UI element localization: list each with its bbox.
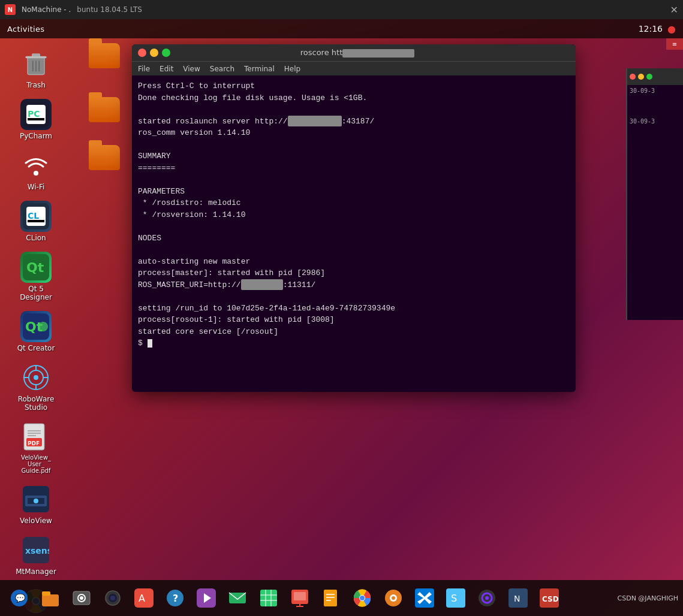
veloview-icon xyxy=(20,484,52,515)
terminal-close-button[interactable] xyxy=(138,49,146,57)
second-term-max[interactable] xyxy=(646,74,652,80)
nomachine-side-button[interactable]: ≡ xyxy=(666,38,683,50)
terminal-menu-terminal[interactable]: Terminal xyxy=(244,65,275,73)
svg-point-54 xyxy=(110,596,115,600)
terminal-menu-view[interactable]: View xyxy=(183,65,200,73)
terminal-menu-help[interactable]: Help xyxy=(284,65,300,73)
taskbar-icon-chrome[interactable] xyxy=(348,584,377,612)
second-terminal-titlebar xyxy=(627,68,683,85)
svg-rect-68 xyxy=(294,592,306,600)
taskbar-icon-spreadsheet[interactable] xyxy=(254,584,283,612)
svg-rect-2 xyxy=(25,56,46,59)
folder-icon-3[interactable] xyxy=(89,145,120,170)
term-line-3 xyxy=(138,104,570,116)
term-line-summary: SUMMARY xyxy=(138,150,570,162)
sidebar-item-pycharm[interactable]: PC PyCharm xyxy=(6,95,66,144)
term-line-uri: ROS_MASTER_URI=http:// :11311/ xyxy=(138,279,570,291)
taskbar-icon-docs[interactable] xyxy=(317,584,345,612)
term-line-rosout: process[rosout-1]: started with pid [300… xyxy=(138,314,570,326)
taskbar-icon-csdn[interactable]: CSDN xyxy=(535,584,564,612)
svg-point-19 xyxy=(38,322,48,331)
folder-icon-2[interactable] xyxy=(89,97,120,122)
taskbar-user-label: CSDN @JANGHIGH xyxy=(618,594,679,602)
taskbar: 💬 A ? xyxy=(0,580,683,616)
taskbar-icon-presentation[interactable] xyxy=(285,584,314,612)
term-line-10 xyxy=(138,291,570,303)
term-line-rosversion: * /rosversion: 1.14.10 xyxy=(138,209,570,221)
taskbar-icon-media[interactable] xyxy=(192,584,221,612)
activities-area[interactable]: Activities xyxy=(7,25,44,34)
term-line-8 xyxy=(138,221,570,232)
clock: 12:16 xyxy=(639,24,663,34)
nomachine-icon: N xyxy=(5,4,16,15)
taskbar-icon-files[interactable] xyxy=(36,584,65,612)
pdf-icon: PDF xyxy=(20,421,52,452)
term-line-auto: auto-starting new master xyxy=(138,256,570,268)
taskbar-icon-email[interactable] xyxy=(223,584,252,612)
taskbar-icon-help[interactable]: ? xyxy=(161,584,189,612)
second-term-min[interactable] xyxy=(638,74,644,80)
term-line-1: Press Ctrl-C to interrupt xyxy=(138,80,570,92)
svg-rect-9 xyxy=(28,118,44,120)
sidebar-item-wifi[interactable]: Wi-Fi xyxy=(6,146,66,195)
terminal-menu-search[interactable]: Search xyxy=(210,65,234,73)
sidebar-item-veloview-guide[interactable]: PDF VeloView_User_Guide.pdf xyxy=(6,418,66,478)
sidebar-item-qtcreator[interactable]: Qt Qt Creator xyxy=(6,307,66,356)
taskbar-icon-app1[interactable]: N xyxy=(504,584,532,612)
terminal-menubar: File Edit View Search Terminal Help xyxy=(132,61,576,76)
terminal-titlebar: roscore htt xyxy=(132,44,576,61)
sidebar-item-veloview[interactable]: VeloView xyxy=(6,480,66,529)
svg-text:CL: CL xyxy=(28,211,39,221)
veloview-label: VeloView xyxy=(20,517,52,525)
taskbar-icon-messaging[interactable]: 💬 xyxy=(5,584,34,612)
nomachine-title2: buntu 18.04.5 LTS xyxy=(77,5,142,14)
svg-point-86 xyxy=(485,596,489,600)
terminal-title: roscore htt xyxy=(170,48,544,58)
activities-label[interactable]: Activities xyxy=(7,25,44,34)
folder-icon-1[interactable] xyxy=(89,43,120,68)
svg-text:Qt: Qt xyxy=(26,260,44,275)
svg-text:PDF: PDF xyxy=(28,440,40,446)
taskbar-right-area: CSDN @JANGHIGH xyxy=(618,594,679,602)
terminal-menu-edit[interactable]: Edit xyxy=(160,65,173,73)
terminal-minimize-button[interactable] xyxy=(150,49,158,57)
term-line-eq: ======== xyxy=(138,162,570,174)
terminal-menu-file[interactable]: File xyxy=(138,65,150,73)
sidebar-item-qt5designer[interactable]: Qt Qt 5Designer xyxy=(6,248,66,305)
taskbar-icon-vscode[interactable] xyxy=(410,584,439,612)
svg-point-10 xyxy=(34,171,38,176)
term-line-nodes: NODES xyxy=(138,232,570,244)
wifi-icon xyxy=(20,150,52,181)
term-line-prompt: $ xyxy=(138,337,570,349)
main-terminal-window: roscore htt File Edit View Search Termin… xyxy=(132,44,576,392)
wifi-label: Wi-Fi xyxy=(28,183,45,191)
sidebar-item-trash[interactable]: Trash xyxy=(6,44,66,93)
terminal-maximize-button[interactable] xyxy=(162,49,170,57)
svg-rect-62 xyxy=(260,590,277,606)
top-bar-right: 12:16 ● xyxy=(639,23,676,35)
sidebar-item-roboware[interactable]: RoboWareStudio xyxy=(6,358,66,415)
term-line-2: Done checking log file disk usage. Usage… xyxy=(138,92,570,104)
taskbar-icon-appstore[interactable]: A xyxy=(130,584,158,612)
svg-text:N: N xyxy=(514,594,520,603)
taskbar-icon-screenshots[interactable] xyxy=(67,584,96,612)
taskbar-icon-webcam[interactable] xyxy=(98,584,127,612)
mtmanager-icon: xsens xyxy=(20,535,52,566)
terminal-body[interactable]: Press Ctrl-C to interrupt Done checking … xyxy=(132,76,576,392)
nomachine-close-button[interactable]: ✕ xyxy=(670,4,678,16)
svg-text:?: ? xyxy=(173,593,178,604)
svg-point-51 xyxy=(80,596,83,600)
terminal-cursor xyxy=(148,339,152,348)
taskbar-icon-blender[interactable] xyxy=(379,584,408,612)
taskbar-icon-scratch[interactable]: S xyxy=(441,584,470,612)
taskbar-icon-obs[interactable] xyxy=(473,584,501,612)
second-term-close[interactable] xyxy=(630,74,636,80)
sidebar-item-clion[interactable]: CL CLion xyxy=(6,197,66,246)
term-line-6 xyxy=(138,139,570,151)
sidebar-item-mtmanager[interactable]: xsens MtManager xyxy=(6,531,66,579)
term-line-9 xyxy=(138,244,570,256)
svg-text:💬: 💬 xyxy=(15,593,26,603)
term-line-params: PARAMETERS xyxy=(138,186,570,198)
qt5-icon: Qt xyxy=(20,252,52,283)
svg-rect-47 xyxy=(42,594,59,606)
